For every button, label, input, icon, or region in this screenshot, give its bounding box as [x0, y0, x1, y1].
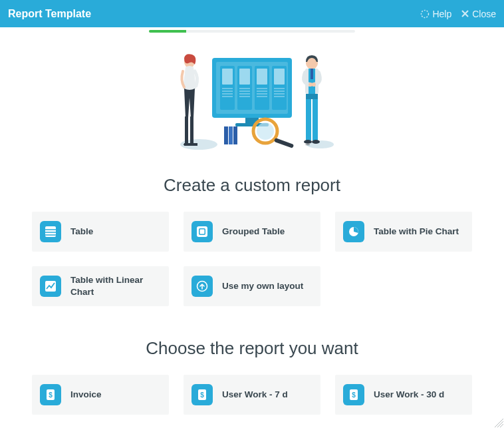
svg-rect-42	[185, 116, 188, 143]
svg-rect-36	[274, 138, 294, 148]
card-own-layout[interactable]: Use my own layout	[184, 266, 320, 306]
svg-rect-65	[311, 69, 313, 79]
card-user-work-7d[interactable]: $ User Work - 7 d	[184, 375, 320, 415]
header-actions: Help Close	[420, 9, 496, 19]
svg-point-67	[312, 83, 316, 87]
card-label: Invoice	[70, 389, 102, 401]
svg-rect-43	[190, 116, 193, 143]
table-icon	[40, 221, 61, 242]
card-label: Table with Linear Chart	[70, 274, 161, 298]
svg-point-40	[184, 143, 190, 146]
svg-rect-70	[306, 94, 318, 99]
svg-text:$: $	[352, 391, 356, 399]
svg-text:$: $	[49, 391, 53, 399]
line-chart-icon	[40, 276, 61, 297]
svg-rect-10	[239, 69, 250, 85]
card-label: User Work - 30 d	[374, 389, 444, 401]
upload-icon	[191, 276, 213, 297]
svg-rect-12	[274, 69, 285, 85]
svg-point-72	[312, 140, 320, 144]
custom-report-grid: Table Grouped Table Table with Pie Chart…	[0, 212, 504, 306]
svg-point-71	[304, 140, 312, 144]
card-label: Table	[70, 226, 93, 238]
svg-rect-69	[313, 94, 318, 140]
svg-point-35	[257, 122, 274, 140]
card-table-linear[interactable]: Table with Linear Chart	[32, 266, 169, 306]
svg-text:$: $	[200, 391, 204, 399]
card-grouped-table[interactable]: Grouped Table	[184, 212, 320, 252]
pie-chart-icon	[343, 221, 364, 242]
svg-rect-11	[257, 69, 267, 85]
svg-rect-32	[229, 126, 233, 144]
dialog-header: Report Template Help Close	[0, 0, 504, 27]
help-label: Help	[432, 9, 451, 19]
svg-point-0	[422, 10, 429, 17]
card-user-work-30d[interactable]: $ User Work - 30 d	[335, 375, 472, 415]
dialog-body-scroll[interactable]: Create a custom report Table Grouped Tab…	[0, 27, 504, 428]
invoice-icon: $	[191, 384, 213, 405]
close-label: Close	[472, 9, 496, 19]
invoice-icon: $	[40, 384, 61, 405]
svg-rect-68	[306, 94, 311, 140]
svg-rect-33	[233, 126, 237, 144]
card-label: Table with Pie Chart	[374, 226, 459, 238]
resize-grip[interactable]	[492, 416, 504, 428]
invoice-icon: $	[343, 384, 364, 405]
card-label: Use my own layout	[222, 280, 303, 292]
help-button[interactable]: Help	[420, 9, 451, 19]
card-label: Grouped Table	[222, 226, 285, 238]
close-icon	[461, 9, 469, 18]
close-button[interactable]: Close	[461, 9, 496, 19]
card-invoice[interactable]: $ Invoice	[32, 375, 169, 415]
svg-rect-31	[224, 126, 228, 144]
progress-bar	[0, 30, 504, 33]
svg-line-90	[497, 421, 503, 427]
preset-report-grid: $ Invoice $ User Work - 7 d $ User Work …	[0, 375, 504, 415]
card-table[interactable]: Table	[32, 212, 169, 252]
svg-rect-9	[222, 69, 233, 85]
help-icon	[420, 9, 430, 19]
grouped-table-icon	[191, 221, 213, 242]
custom-report-heading: Create a custom report	[0, 175, 504, 196]
card-label: User Work - 7 d	[222, 389, 288, 401]
progress-fill	[149, 30, 186, 33]
dialog-title: Report Template	[8, 8, 91, 20]
svg-rect-79	[200, 230, 205, 234]
card-table-pie[interactable]: Table with Pie Chart	[335, 212, 472, 252]
hero-illustration	[0, 51, 504, 151]
choose-report-heading: Choose the report you want	[0, 338, 504, 359]
svg-point-41	[189, 143, 196, 146]
